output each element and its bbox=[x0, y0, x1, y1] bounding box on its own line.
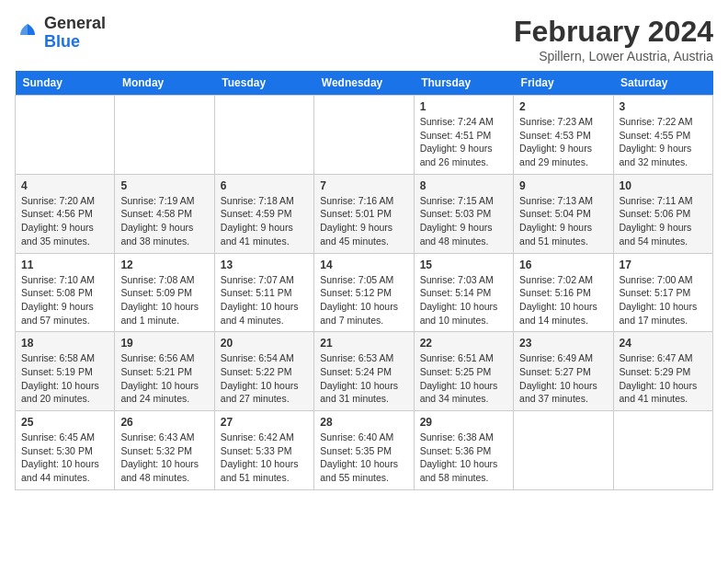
calendar-cell: 8Sunrise: 7:15 AM Sunset: 5:03 PM Daylig… bbox=[414, 174, 513, 253]
day-number: 9 bbox=[519, 179, 607, 192]
day-number: 15 bbox=[420, 259, 507, 271]
weekday-header-wednesday: Wednesday bbox=[314, 71, 414, 96]
calendar-cell: 11Sunrise: 7:10 AM Sunset: 5:08 PM Dayli… bbox=[16, 253, 115, 332]
calendar-header: SundayMondayTuesdayWednesdayThursdayFrid… bbox=[16, 71, 713, 96]
day-info: Sunrise: 7:19 AM Sunset: 4:58 PM Dayligh… bbox=[120, 194, 208, 248]
calendar-cell: 19Sunrise: 6:56 AM Sunset: 5:21 PM Dayli… bbox=[115, 332, 214, 411]
calendar-cell: 29Sunrise: 6:38 AM Sunset: 5:36 PM Dayli… bbox=[414, 411, 513, 490]
calendar-table: SundayMondayTuesdayWednesdayThursdayFrid… bbox=[15, 71, 713, 490]
day-info: Sunrise: 6:58 AM Sunset: 5:19 PM Dayligh… bbox=[21, 351, 108, 406]
calendar-cell: 12Sunrise: 7:08 AM Sunset: 5:09 PM Dayli… bbox=[115, 253, 214, 332]
day-info: Sunrise: 6:53 AM Sunset: 5:24 PM Dayligh… bbox=[320, 351, 407, 406]
day-number: 17 bbox=[620, 259, 707, 271]
calendar-cell: 14Sunrise: 7:05 AM Sunset: 5:12 PM Dayli… bbox=[314, 253, 414, 332]
location-text: Spillern, Lower Austria, Austria bbox=[514, 49, 713, 63]
day-number: 22 bbox=[420, 337, 507, 350]
day-number: 1 bbox=[420, 100, 507, 113]
day-info: Sunrise: 7:00 AM Sunset: 5:17 PM Dayligh… bbox=[620, 273, 707, 327]
calendar-cell: 24Sunrise: 6:47 AM Sunset: 5:29 PM Dayli… bbox=[613, 332, 712, 411]
calendar-cell: 6Sunrise: 7:18 AM Sunset: 4:59 PM Daylig… bbox=[214, 174, 313, 253]
day-number: 14 bbox=[320, 259, 407, 271]
day-info: Sunrise: 6:47 AM Sunset: 5:29 PM Dayligh… bbox=[620, 351, 707, 406]
day-info: Sunrise: 7:07 AM Sunset: 5:11 PM Dayligh… bbox=[221, 273, 308, 327]
calendar-cell: 10Sunrise: 7:11 AM Sunset: 5:06 PM Dayli… bbox=[613, 174, 712, 253]
title-area: February 2024 Spillern, Lower Austria, A… bbox=[514, 15, 713, 63]
day-info: Sunrise: 6:49 AM Sunset: 5:27 PM Dayligh… bbox=[519, 351, 607, 406]
day-number: 13 bbox=[221, 259, 308, 271]
calendar-cell: 7Sunrise: 7:16 AM Sunset: 5:01 PM Daylig… bbox=[314, 174, 414, 253]
calendar-week-1: 1Sunrise: 7:24 AM Sunset: 4:51 PM Daylig… bbox=[16, 96, 713, 175]
day-number: 3 bbox=[620, 100, 707, 113]
calendar-cell bbox=[16, 96, 115, 175]
calendar-cell: 2Sunrise: 7:23 AM Sunset: 4:53 PM Daylig… bbox=[514, 96, 613, 175]
calendar-cell: 5Sunrise: 7:19 AM Sunset: 4:58 PM Daylig… bbox=[115, 174, 214, 253]
day-info: Sunrise: 7:08 AM Sunset: 5:09 PM Dayligh… bbox=[120, 273, 208, 327]
calendar-cell bbox=[115, 96, 214, 175]
day-info: Sunrise: 6:51 AM Sunset: 5:25 PM Dayligh… bbox=[420, 351, 507, 406]
day-number: 27 bbox=[221, 416, 308, 429]
day-number: 6 bbox=[221, 179, 308, 192]
calendar-week-3: 11Sunrise: 7:10 AM Sunset: 5:08 PM Dayli… bbox=[16, 253, 713, 332]
day-info: Sunrise: 7:23 AM Sunset: 4:53 PM Dayligh… bbox=[519, 115, 607, 169]
calendar-cell: 26Sunrise: 6:43 AM Sunset: 5:32 PM Dayli… bbox=[115, 411, 214, 490]
calendar-cell: 3Sunrise: 7:22 AM Sunset: 4:55 PM Daylig… bbox=[613, 96, 712, 175]
calendar-cell: 23Sunrise: 6:49 AM Sunset: 5:27 PM Dayli… bbox=[514, 332, 613, 411]
calendar-cell: 27Sunrise: 6:42 AM Sunset: 5:33 PM Dayli… bbox=[214, 411, 313, 490]
calendar-week-4: 18Sunrise: 6:58 AM Sunset: 5:19 PM Dayli… bbox=[16, 332, 713, 411]
day-number: 23 bbox=[519, 337, 607, 350]
day-number: 12 bbox=[120, 259, 208, 271]
weekday-header-friday: Friday bbox=[514, 71, 613, 96]
day-info: Sunrise: 7:15 AM Sunset: 5:03 PM Dayligh… bbox=[420, 194, 507, 248]
calendar-cell: 20Sunrise: 6:54 AM Sunset: 5:22 PM Dayli… bbox=[214, 332, 313, 411]
weekday-header-thursday: Thursday bbox=[414, 71, 513, 96]
day-info: Sunrise: 6:54 AM Sunset: 5:22 PM Dayligh… bbox=[221, 351, 308, 406]
day-number: 21 bbox=[320, 337, 407, 350]
day-number: 8 bbox=[420, 179, 507, 192]
calendar-cell: 18Sunrise: 6:58 AM Sunset: 5:19 PM Dayli… bbox=[16, 332, 115, 411]
calendar-cell bbox=[314, 96, 414, 175]
weekday-header-tuesday: Tuesday bbox=[214, 71, 313, 96]
day-info: Sunrise: 7:03 AM Sunset: 5:14 PM Dayligh… bbox=[420, 273, 507, 327]
day-number: 28 bbox=[320, 416, 407, 429]
day-number: 5 bbox=[120, 179, 208, 192]
calendar-week-2: 4Sunrise: 7:20 AM Sunset: 4:56 PM Daylig… bbox=[16, 174, 713, 253]
day-number: 10 bbox=[620, 179, 707, 192]
day-number: 25 bbox=[21, 416, 108, 429]
day-info: Sunrise: 6:42 AM Sunset: 5:33 PM Dayligh… bbox=[221, 431, 308, 485]
weekday-header-monday: Monday bbox=[115, 71, 214, 96]
weekday-header-sunday: Sunday bbox=[16, 71, 115, 96]
day-info: Sunrise: 6:45 AM Sunset: 5:30 PM Dayligh… bbox=[21, 431, 108, 485]
day-info: Sunrise: 6:40 AM Sunset: 5:35 PM Dayligh… bbox=[320, 431, 407, 485]
calendar-cell: 13Sunrise: 7:07 AM Sunset: 5:11 PM Dayli… bbox=[214, 253, 313, 332]
day-info: Sunrise: 6:38 AM Sunset: 5:36 PM Dayligh… bbox=[420, 431, 507, 485]
day-number: 7 bbox=[320, 179, 407, 192]
day-number: 4 bbox=[21, 179, 108, 192]
day-info: Sunrise: 7:11 AM Sunset: 5:06 PM Dayligh… bbox=[620, 194, 707, 248]
day-info: Sunrise: 6:56 AM Sunset: 5:21 PM Dayligh… bbox=[120, 351, 208, 406]
calendar-cell: 4Sunrise: 7:20 AM Sunset: 4:56 PM Daylig… bbox=[16, 174, 115, 253]
logo-icon bbox=[15, 20, 40, 46]
day-info: Sunrise: 7:18 AM Sunset: 4:59 PM Dayligh… bbox=[221, 194, 308, 248]
day-info: Sunrise: 7:24 AM Sunset: 4:51 PM Dayligh… bbox=[420, 115, 507, 169]
day-info: Sunrise: 7:02 AM Sunset: 5:16 PM Dayligh… bbox=[519, 273, 607, 327]
day-info: Sunrise: 7:22 AM Sunset: 4:55 PM Dayligh… bbox=[620, 115, 707, 169]
day-number: 18 bbox=[21, 337, 108, 350]
logo-general-text: General bbox=[44, 14, 106, 32]
logo-blue-text: Blue bbox=[44, 32, 80, 51]
day-number: 24 bbox=[620, 337, 707, 350]
day-number: 26 bbox=[120, 416, 208, 429]
calendar-cell: 21Sunrise: 6:53 AM Sunset: 5:24 PM Dayli… bbox=[314, 332, 414, 411]
day-number: 29 bbox=[420, 416, 507, 429]
day-number: 2 bbox=[519, 100, 607, 113]
day-number: 11 bbox=[21, 259, 108, 271]
calendar-cell bbox=[214, 96, 313, 175]
logo: General Blue bbox=[15, 15, 106, 52]
calendar-cell: 28Sunrise: 6:40 AM Sunset: 5:35 PM Dayli… bbox=[314, 411, 414, 490]
day-number: 16 bbox=[519, 259, 607, 271]
calendar-cell: 1Sunrise: 7:24 AM Sunset: 4:51 PM Daylig… bbox=[414, 96, 513, 175]
calendar-cell: 17Sunrise: 7:00 AM Sunset: 5:17 PM Dayli… bbox=[613, 253, 712, 332]
day-info: Sunrise: 7:05 AM Sunset: 5:12 PM Dayligh… bbox=[320, 273, 407, 327]
day-info: Sunrise: 7:20 AM Sunset: 4:56 PM Dayligh… bbox=[21, 194, 108, 248]
calendar-cell bbox=[613, 411, 712, 490]
day-info: Sunrise: 7:10 AM Sunset: 5:08 PM Dayligh… bbox=[21, 273, 108, 327]
